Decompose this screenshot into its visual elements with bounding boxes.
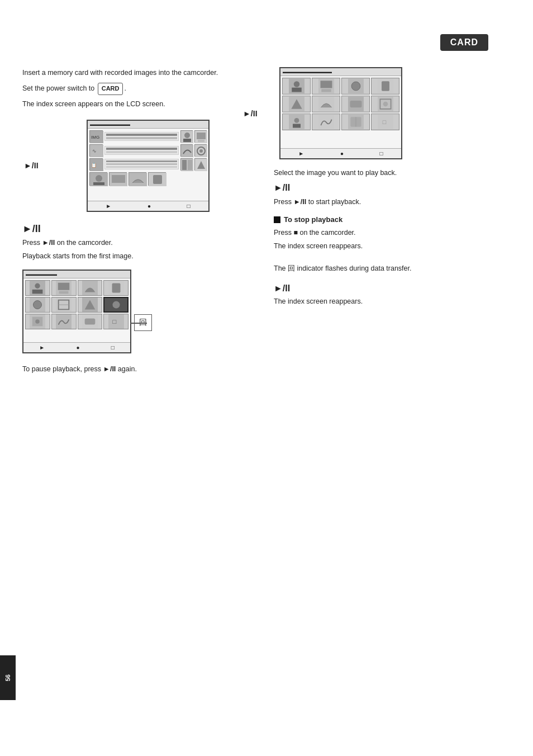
svg-rect-10 (181, 145, 193, 157)
list-label-3 (104, 159, 179, 169)
list-thumb-3b (194, 158, 207, 171)
list-thumb-1b (194, 130, 207, 143)
list-thumb-4a (89, 172, 107, 186)
r-thumb-5 (282, 96, 311, 112)
screen-list-left: IMG ∿ (88, 129, 208, 187)
list-icon-1: IMG (89, 130, 103, 143)
transfer-icon: 回 (288, 264, 295, 272)
screen-topbar-small: ▬▬▬▬▬▬▬ (23, 271, 130, 278)
card-badge: CARD (440, 34, 488, 51)
stop-black-square (274, 216, 280, 223)
thumb-s12: □ (103, 314, 129, 329)
r-thumb-7 (341, 96, 370, 112)
svg-point-59 (351, 82, 360, 91)
list-thumb-4b (109, 172, 127, 186)
right-column: ►/II ▬▬▬▬▬▬▬▬▬▬▬ (274, 67, 508, 307)
thumb-s10 (51, 314, 77, 329)
list-icon-2: ∿ (89, 144, 103, 157)
svg-rect-7 (198, 140, 204, 142)
svg-text:□: □ (112, 318, 116, 324)
list-label-1 (104, 132, 179, 141)
svg-rect-65 (350, 101, 361, 107)
svg-rect-56 (320, 81, 332, 88)
list-thumb-4d (148, 172, 166, 186)
screen-bottombar-left: ► ● □ (88, 201, 208, 211)
list-thumb-2b (194, 144, 207, 157)
svg-rect-24 (112, 175, 125, 183)
svg-point-43 (112, 301, 120, 308)
screen-bottombar-small: ► ● □ (23, 342, 130, 352)
screen-bottombar-right: ► ● □ (280, 148, 401, 158)
r-thumb-9 (282, 114, 311, 130)
intro-block: Insert a memory card with recorded image… (22, 67, 257, 110)
play-pause-left-indicator: ►/II (24, 161, 39, 170)
stop-heading: To stop playback (274, 215, 508, 224)
r-thumb-8 (371, 96, 399, 112)
svg-rect-17 (182, 160, 187, 170)
thumb-s4 (103, 280, 129, 296)
r-thumb-3 (341, 78, 370, 94)
r-thumb-4 (371, 78, 399, 94)
svg-rect-4 (183, 139, 191, 142)
svg-point-69 (294, 118, 299, 123)
svg-rect-33 (59, 291, 69, 294)
svg-rect-70 (293, 124, 301, 128)
svg-point-13 (199, 149, 203, 153)
thumb-s1 (25, 280, 50, 296)
svg-rect-30 (32, 289, 43, 293)
thumb-s9 (25, 314, 50, 329)
intro-text3: The index screen appears on the LCD scre… (22, 98, 257, 110)
svg-rect-36 (112, 283, 120, 292)
r-thumb-12: □ (371, 114, 399, 130)
svg-text:□: □ (382, 119, 386, 125)
left-column: Insert a memory card with recorded image… (22, 67, 257, 375)
thumb-s5 (25, 297, 50, 313)
screen-topbar-right: ▬▬▬▬▬▬▬▬▬▬▬ (280, 68, 401, 76)
transfer-note: The 回 indicator flashes during data tran… (274, 263, 508, 275)
thumb-s7 (78, 297, 103, 313)
list-row-4 (89, 172, 207, 186)
thumb-s11 (78, 314, 103, 329)
step1-play-pause: ►/II (22, 223, 257, 235)
screen-right-thumb: ▬▬▬▬▬▬▬▬▬▬▬ (279, 67, 402, 159)
intro-text1: Insert a memory card with recorded image… (22, 67, 257, 78)
svg-point-53 (293, 81, 299, 87)
list-row-3: 📋 (89, 158, 207, 171)
svg-point-29 (35, 283, 40, 288)
additional-step: ►/II The index screen reappears. (274, 284, 508, 307)
svg-rect-27 (153, 175, 162, 184)
press-to-start-text: Press ►/II to start playback. (274, 196, 508, 207)
svg-rect-6 (197, 133, 206, 139)
index-screen-left: ►/II ▬▬▬▬▬▬▬▬▬ IMG (53, 120, 176, 212)
list-thumb-1a (180, 130, 193, 143)
screen-left-thumb: ▬▬▬▬▬▬▬▬▬ IMG (87, 120, 210, 212)
callout-line (130, 323, 147, 324)
stop-instruction: Press ■ on the camcorder. (274, 227, 508, 238)
svg-rect-61 (382, 81, 389, 91)
svg-text:∿: ∿ (92, 148, 97, 154)
list-label-2 (104, 146, 179, 155)
stop-section: To stop playback Press ■ on the camcorde… (274, 215, 508, 252)
step1-block: ►/II Press ►/II on the camcorder. Playba… (22, 223, 257, 262)
svg-rect-54 (292, 88, 302, 92)
step-right-play: ►/II (274, 183, 508, 193)
step1-detail: Playback starts from the first image. (22, 251, 257, 262)
r-thumb-11 (341, 114, 370, 130)
thumb-s3 (78, 280, 103, 296)
svg-rect-49 (85, 318, 96, 324)
svg-rect-18 (188, 160, 192, 170)
svg-point-21 (96, 175, 102, 182)
list-row-1: IMG (89, 130, 207, 143)
intro-text2: Set the power switch to CARD. (22, 83, 257, 95)
callout-icon: 回 (139, 318, 147, 327)
small-screen-area: ▬▬▬▬▬▬▬ (22, 270, 257, 353)
transfer-text: The 回 indicator flashes during data tran… (274, 263, 508, 275)
r-thumb-6 (312, 96, 340, 112)
play-pause-right-indicator: ►/II (243, 109, 258, 118)
r-thumb-10 (312, 114, 340, 130)
svg-rect-57 (321, 89, 331, 92)
svg-rect-32 (58, 282, 70, 290)
select-image-text: Select the image you want to play back. (274, 167, 508, 178)
thumb-s8 (103, 297, 129, 313)
list-thumb-4c (129, 172, 146, 186)
